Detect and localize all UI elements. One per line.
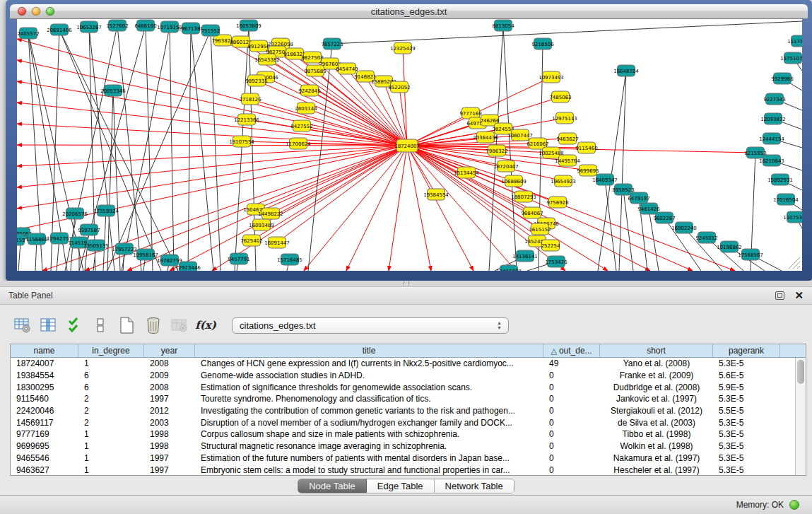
table-cell[interactable]: Jankovic et al. (1997) xyxy=(600,393,713,405)
graph-node[interactable]: 1527602 xyxy=(106,20,128,31)
table-selector-combobox[interactable]: citations_edges.txt ▲▼ xyxy=(232,317,509,334)
graph-node[interactable]: 10973493 xyxy=(539,71,564,83)
graph-edge[interactable] xyxy=(188,28,191,271)
table-cell[interactable]: 9777169 xyxy=(11,428,78,440)
graph-node[interactable]: 7986322 xyxy=(486,145,507,156)
graph-node[interactable]: 751552 xyxy=(201,25,220,36)
column-header-short[interactable]: short xyxy=(600,344,713,357)
table-cell[interactable]: Corpus callosum shape and size in male p… xyxy=(195,428,543,440)
graph-edge[interactable] xyxy=(277,146,407,243)
table-cell[interactable]: Changes of HCN gene expression and I(f) … xyxy=(195,358,543,370)
graph-node[interactable]: 17568567 xyxy=(738,249,763,260)
graph-node[interactable]: 1753426 xyxy=(545,256,567,267)
table-cell[interactable]: 0 xyxy=(543,381,600,393)
table-cell[interactable]: 1997 xyxy=(144,393,195,405)
network-window-titlebar[interactable]: citations_edges.txt xyxy=(10,4,808,19)
graph-node[interactable]: 7857223 xyxy=(321,38,343,49)
table-cell[interactable]: Nakamura et al. (1997) xyxy=(600,452,713,465)
table-cell[interactable]: 1 xyxy=(78,452,144,465)
graph-node[interactable]: 9242845 xyxy=(298,85,320,96)
graph-node[interactable]: 252254 xyxy=(541,240,560,251)
graph-node[interactable]: 9756928 xyxy=(546,197,568,208)
table-cell[interactable]: 5.3E-5 xyxy=(713,440,780,452)
unselect-all-button[interactable] xyxy=(91,315,111,335)
graph-edge[interactable] xyxy=(170,146,407,271)
graph-node[interactable]: 16091447 xyxy=(264,237,290,248)
table-cell[interactable]: 2012 xyxy=(144,405,195,417)
table-cell[interactable]: 9699695 xyxy=(11,440,78,452)
graph-node[interactable]: 11075338 xyxy=(783,211,802,223)
table-row[interactable]: 1830029562008Estimation of significance … xyxy=(11,381,795,393)
graph-node[interactable]: 12444154 xyxy=(759,133,784,144)
graph-node[interactable]: 11700624 xyxy=(286,138,311,149)
horizontal-splitter[interactable] xyxy=(0,281,812,286)
table-cell[interactable]: 5.5E-5 xyxy=(713,405,780,417)
graph-node[interactable]: 8454749 xyxy=(336,63,358,74)
graph-edge[interactable] xyxy=(598,71,626,271)
table-row[interactable]: 911546021997Tourette syndrome. Phenomeno… xyxy=(11,393,795,405)
graph-node[interactable]: 19654923 xyxy=(551,175,576,187)
table-cell[interactable]: 22420046 xyxy=(11,405,78,417)
graph-edge[interactable] xyxy=(619,71,626,271)
graph-node[interactable]: 13505135 xyxy=(83,240,109,251)
graph-node[interactable]: 12093832 xyxy=(760,113,786,124)
table-row[interactable]: 977716911998Corpus callosum shape and si… xyxy=(11,428,795,440)
table-cell[interactable]: Estimation of significance thresholds fo… xyxy=(195,381,543,393)
graph-node[interactable]: 18807293 xyxy=(511,191,536,202)
graph-node[interactable]: 16053809 xyxy=(236,20,261,31)
table-cell[interactable]: 1997 xyxy=(144,452,195,465)
table-cell[interactable]: 0 xyxy=(543,370,600,382)
table-cell[interactable]: 6 xyxy=(78,381,144,393)
graph-node[interactable]: 10807447 xyxy=(507,129,533,141)
table-cell[interactable]: Franke et al. (2009) xyxy=(600,370,713,382)
table-cell[interactable]: Stergiakouli et al. (2012) xyxy=(600,405,713,417)
graph-node[interactable]: 9684067 xyxy=(521,207,543,218)
column-header-pagerank[interactable]: pagerank xyxy=(713,344,780,357)
graph-node[interactable]: 18720407 xyxy=(493,160,519,172)
resize-grip-icon[interactable] xyxy=(789,257,800,269)
table-cell[interactable]: 0 xyxy=(543,428,600,440)
table-row[interactable]: 2242004622012Investigating the contribut… xyxy=(11,405,795,417)
table-cell[interactable]: Estimation of the future numbers of pati… xyxy=(195,452,543,465)
graph-node[interactable]: 11175580 xyxy=(787,35,802,47)
graph-node[interactable]: 2405572 xyxy=(17,28,39,39)
graph-edge[interactable] xyxy=(257,81,407,146)
table-row[interactable]: 946554611997Estimation of the future num… xyxy=(11,452,795,465)
graph-node[interactable]: 2803144 xyxy=(295,103,317,114)
splitter-grip-icon[interactable] xyxy=(404,281,409,286)
graph-edge[interactable] xyxy=(59,30,161,271)
graph-node[interactable]: 393159 xyxy=(17,234,25,245)
graph-edge[interactable] xyxy=(212,146,407,271)
table-cell[interactable]: 1 xyxy=(78,428,144,440)
table-cell[interactable]: 18724007 xyxy=(11,358,78,370)
table-row[interactable]: 1938455462009Genome-wide association stu… xyxy=(11,370,795,382)
table-cell[interactable]: 1997 xyxy=(144,464,195,475)
graph-node[interactable]: 10958167 xyxy=(133,249,158,260)
table-cell[interactable]: 1 xyxy=(78,358,144,370)
graph-node[interactable]: 16093489 xyxy=(249,219,274,230)
tab-edge-table[interactable]: Edge Table xyxy=(367,479,435,493)
column-header-in-degree[interactable]: in_degree xyxy=(78,344,144,357)
graph-edge[interactable] xyxy=(211,30,220,271)
graph-node[interactable]: 9699695 xyxy=(577,165,599,176)
graph-node[interactable]: 20206576 xyxy=(62,208,88,219)
column-header-name[interactable]: name xyxy=(11,344,78,357)
graph-node[interactable]: 20691406 xyxy=(47,24,72,35)
table-cell[interactable]: 5.3E-5 xyxy=(713,416,780,428)
table-cell[interactable]: 2003 xyxy=(144,416,195,428)
table-cell[interactable]: 5.3E-5 xyxy=(713,464,780,475)
network-graph-svg[interactable]: 1872400779638228860128891295623226058982… xyxy=(17,19,802,271)
table-cell[interactable]: 6 xyxy=(78,370,144,382)
table-cell[interactable]: 9115460 xyxy=(11,393,78,405)
graph-node[interactable]: 17359924 xyxy=(93,205,119,216)
graph-node[interactable]: 14495764 xyxy=(555,155,580,166)
minimize-window-button[interactable] xyxy=(32,7,40,16)
table-cell[interactable]: 2008 xyxy=(144,381,195,393)
graph-node[interactable]: 9329966 xyxy=(771,73,794,84)
graph-node[interactable]: 9875685 xyxy=(304,65,326,76)
graph-node[interactable]: 1615152 xyxy=(529,223,551,235)
graph-node[interactable]: 16543382 xyxy=(254,54,280,65)
table-cell[interactable]: 1998 xyxy=(144,440,195,452)
table-cell[interactable]: Genome-wide association studies in ADHD. xyxy=(195,370,543,382)
table-cell[interactable]: Embryonic stem cells: a model to study s… xyxy=(195,464,543,475)
